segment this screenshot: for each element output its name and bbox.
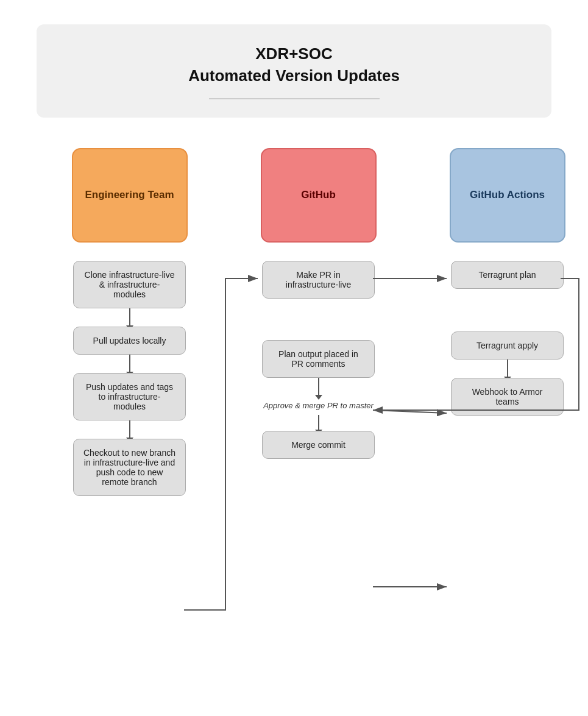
title-section: XDR+SOC Automated Version Updates [37,24,551,118]
arrow-clone-pull [129,308,130,327]
box-terragrunt-plan: Terragrunt plan [451,261,564,289]
arrow-pull-push [129,355,130,373]
diagram-area: Engineering Team Clone infrastructure-li… [37,148,551,678]
box-checkout: Checkout to new branch in infrastructure… [73,439,186,496]
box-pull: Pull updates locally [73,327,186,355]
lane-header-right: GitHub Actions [450,148,565,243]
approve-label: Approve & merge PR to master [263,401,374,410]
box-webhook: Webhook to Armor teams [451,378,564,416]
arrow-apply-webhook [507,360,508,378]
arrow-push-checkout [129,420,130,439]
page-title: XDR+SOC Automated Version Updates [61,43,527,87]
col-left: Engineering Team Clone infrastructure-li… [70,148,189,496]
col-mid: GitHub Make PR in infrastructure-live Pl… [259,148,378,459]
box-clone: Clone infrastructure-live & infrastructu… [73,261,186,308]
arrow-planoutput-tgapply [373,410,447,413]
arrow-plan-approve [318,378,319,396]
lane-header-mid: GitHub [261,148,377,243]
box-plan-output: Plan output placed in PR comments [262,340,375,378]
arrow-approve-merge [318,415,319,431]
lane-header-left: Engineering Team [72,148,188,243]
box-merge-commit: Merge commit [262,431,375,459]
page-container: XDR+SOC Automated Version Updates Engine… [0,0,588,716]
box-terragrunt-apply: Terragrunt apply [451,331,564,360]
box-push: Push updates and tags to infrastructure-… [73,373,186,420]
title-divider [209,98,380,99]
arrow-checkout-makepr [184,278,258,610]
col-right: GitHub Actions Terragrunt plan Terragrun… [448,148,567,416]
box-make-pr: Make PR in infrastructure-live [262,261,375,299]
